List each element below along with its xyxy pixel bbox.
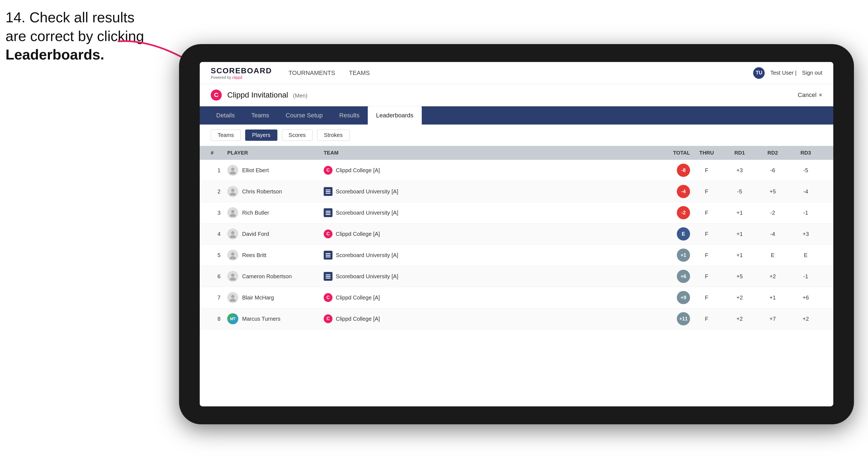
rd3: +6 xyxy=(789,294,822,301)
logo-text: SCOREBOARD xyxy=(211,66,272,75)
player-name: Cameron Robertson xyxy=(242,273,292,280)
col-rd2: RD2 xyxy=(756,150,789,156)
rd1: +5 xyxy=(723,273,756,280)
player-cell: Elliot Ebert xyxy=(227,165,324,176)
rd2: +5 xyxy=(756,188,789,195)
svg-point-5 xyxy=(231,210,235,213)
player-avatar xyxy=(227,186,238,197)
col-thru: THRU xyxy=(690,150,723,156)
svg-point-3 xyxy=(231,189,235,192)
tournament-badge: (Men) xyxy=(293,93,307,99)
player-avatar xyxy=(227,207,238,218)
svg-point-6 xyxy=(230,214,236,217)
total-cell: +11 xyxy=(657,312,690,325)
rd1: -5 xyxy=(723,188,756,195)
thru: F xyxy=(690,252,723,258)
tournament-title: Clippd Invitational (Men) xyxy=(227,91,798,99)
team-icon: C xyxy=(324,293,333,302)
row-rank: 3 xyxy=(211,210,227,216)
nav-signout[interactable]: Sign out xyxy=(802,70,822,76)
rd1: +1 xyxy=(723,210,756,216)
score-badge: +1 xyxy=(677,249,690,262)
team-cell: CClippd College [A] xyxy=(324,229,657,238)
player-cell: David Ford xyxy=(227,228,324,240)
team-name: Scoreboard University [A] xyxy=(336,273,398,280)
svg-point-1 xyxy=(231,167,235,171)
total-cell: +6 xyxy=(657,270,690,283)
player-avatar xyxy=(227,228,238,240)
svg-point-14 xyxy=(230,299,236,302)
col-team: TEAM xyxy=(324,150,657,156)
rd2: E xyxy=(756,252,789,258)
total-cell: +1 xyxy=(657,249,690,262)
total-cell: -8 xyxy=(657,164,690,177)
player-avatar xyxy=(227,271,238,282)
nav-teams[interactable]: TEAMS xyxy=(349,67,370,79)
thru: F xyxy=(690,316,723,322)
logo-area: SCOREBOARD Powered by clippd xyxy=(211,66,272,80)
tab-teams[interactable]: Teams xyxy=(243,106,277,125)
team-icon: C xyxy=(324,314,333,323)
rd3: -1 xyxy=(789,273,822,280)
filter-bar: Teams Players Scores Strokes xyxy=(200,125,833,146)
player-name: Rees Britt xyxy=(242,252,267,258)
rd2: -2 xyxy=(756,210,789,216)
table-row: 4 David FordCClippd College [A]EF+1-4+3 xyxy=(200,223,833,245)
row-rank: 4 xyxy=(211,231,227,237)
table-row: 5 Rees BrittScoreboard University [A]+1F… xyxy=(200,245,833,266)
rd1: +1 xyxy=(723,231,756,237)
total-cell: E xyxy=(657,227,690,241)
table-row: 8MTMarcus TurnersCClippd College [A]+11F… xyxy=(200,308,833,330)
instruction-text: 14. Check all results are correct by cli… xyxy=(5,8,144,64)
filter-strokes[interactable]: Strokes xyxy=(317,129,349,141)
thru: F xyxy=(690,273,723,280)
player-cell: Rees Britt xyxy=(227,250,324,261)
row-rank: 2 xyxy=(211,188,227,195)
team-name: Clippd College [A] xyxy=(336,316,380,322)
player-cell: Rich Butler xyxy=(227,207,324,218)
rd3: -4 xyxy=(789,188,822,195)
tab-leaderboards[interactable]: Leaderboards xyxy=(368,106,422,125)
tab-course-setup[interactable]: Course Setup xyxy=(277,106,331,125)
svg-point-2 xyxy=(230,172,236,175)
score-badge: +6 xyxy=(677,270,690,283)
tablet-frame: SCOREBOARD Powered by clippd TOURNAMENTS… xyxy=(179,44,854,424)
filter-scores[interactable]: Scores xyxy=(282,129,313,141)
filter-players[interactable]: Players xyxy=(245,129,277,141)
table-row: 6 Cameron RobertsonScoreboard University… xyxy=(200,266,833,287)
score-badge: -2 xyxy=(677,206,690,219)
team-cell: Scoreboard University [A] xyxy=(324,272,657,281)
rd2: -6 xyxy=(756,167,789,174)
team-cell: CClippd College [A] xyxy=(324,293,657,302)
row-rank: 1 xyxy=(211,167,227,174)
rd1: +3 xyxy=(723,167,756,174)
nav-bar: SCOREBOARD Powered by clippd TOURNAMENTS… xyxy=(200,62,833,84)
col-rd3: RD3 xyxy=(789,150,822,156)
table-row: 7 Blair McHargCClippd College [A]+9F+2+1… xyxy=(200,287,833,308)
rd2: +2 xyxy=(756,273,789,280)
row-rank: 7 xyxy=(211,294,227,301)
thru: F xyxy=(690,167,723,174)
player-cell: Cameron Robertson xyxy=(227,271,324,282)
player-name: Marcus Turners xyxy=(242,316,280,322)
col-total: TOTAL xyxy=(657,150,690,156)
player-cell: Blair McHarg xyxy=(227,292,324,303)
rd3: E xyxy=(789,252,822,258)
player-name: Blair McHarg xyxy=(242,294,274,301)
player-avatar xyxy=(227,250,238,261)
tournament-icon: C xyxy=(211,90,222,100)
tab-results[interactable]: Results xyxy=(331,106,368,125)
rd2: +1 xyxy=(756,294,789,301)
logo-sub: Powered by clippd xyxy=(211,75,272,80)
player-avatar: MT xyxy=(227,313,238,324)
player-cell: MTMarcus Turners xyxy=(227,313,324,324)
player-name: David Ford xyxy=(242,231,269,237)
filter-teams[interactable]: Teams xyxy=(211,129,241,141)
tab-details[interactable]: Details xyxy=(208,106,243,125)
svg-point-8 xyxy=(230,235,236,238)
rd3: +2 xyxy=(789,316,822,322)
player-avatar xyxy=(227,165,238,176)
rd1: +2 xyxy=(723,316,756,322)
nav-tournaments[interactable]: TOURNAMENTS xyxy=(288,67,335,79)
cancel-button[interactable]: Cancel × xyxy=(798,91,822,99)
